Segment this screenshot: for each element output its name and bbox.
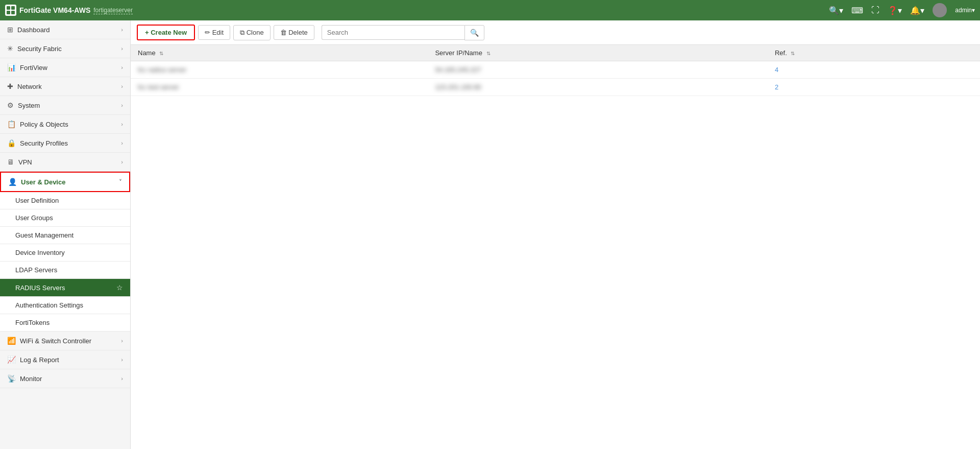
sidebar-item-wifi-switch[interactable]: 📶 WiFi & Switch Controller › xyxy=(0,332,130,350)
layout: ⊞ Dashboard › ✳ Security Fabric › 📊 Fort… xyxy=(0,20,980,449)
column-header-ref[interactable]: Ref. ⇅ xyxy=(768,45,980,61)
logo-icon xyxy=(5,5,16,16)
sidebar-subitem-guest-management[interactable]: Guest Management xyxy=(0,227,130,244)
sidebar-label-fortiview: FortiView xyxy=(20,64,47,72)
sidebar-label-security-profiles: Security Profiles xyxy=(20,139,68,147)
search-icon[interactable]: 🔍▾ xyxy=(829,6,843,15)
sidebar-item-fortiview[interactable]: 📊 FortiView › xyxy=(0,58,130,77)
wifi-icon: 📶 xyxy=(7,337,16,345)
monitor-icon: 📡 xyxy=(7,374,16,383)
sidebar-label-vpn: VPN xyxy=(18,158,32,166)
sidebar-item-monitor[interactable]: 📡 Monitor › xyxy=(0,369,130,388)
cell-name-0: fcc radius server xyxy=(131,61,428,79)
policy-icon: 📋 xyxy=(7,120,16,128)
terminal-icon[interactable]: ⌨ xyxy=(851,6,863,15)
chevron-icon: › xyxy=(121,27,123,33)
cell-server-1: 123.201.100.90 xyxy=(428,79,768,96)
sidebar-label-user-device: User & Device xyxy=(21,178,65,186)
sidebar-item-dashboard[interactable]: ⊞ Dashboard › xyxy=(0,20,130,39)
sidebar-label-system: System xyxy=(18,102,40,109)
column-header-name[interactable]: Name ⇅ xyxy=(131,45,428,61)
subitem-label-user-definition: User Definition xyxy=(15,197,59,204)
sidebar-subitem-authentication-settings[interactable]: Authentication Settings xyxy=(0,297,130,314)
chevron-icon: › xyxy=(121,121,123,127)
sidebar: ⊞ Dashboard › ✳ Security Fabric › 📊 Fort… xyxy=(0,20,131,449)
column-header-server-ip[interactable]: Server IP/Name ⇅ xyxy=(428,45,768,61)
search-button[interactable]: 🔍 xyxy=(464,25,484,40)
brand-name: FortiGate VM64-AWS xyxy=(19,6,90,14)
chevron-icon: › xyxy=(121,83,123,89)
search-container: 🔍 xyxy=(322,25,484,40)
dashboard-icon: ⊞ xyxy=(7,26,13,34)
logo: FortiGate VM64-AWS fortigateserver xyxy=(5,5,133,16)
create-new-button[interactable]: + Create New xyxy=(137,25,195,40)
chevron-icon: › xyxy=(121,357,123,363)
table-row[interactable]: fcc test server 123.201.100.90 2 xyxy=(131,79,980,96)
table-header-row: Name ⇅ Server IP/Name ⇅ Ref. ⇅ xyxy=(131,45,980,61)
server-name: fortigateserver xyxy=(93,7,133,14)
chevron-icon: › xyxy=(121,140,123,146)
clone-button[interactable]: ⧉ Clone xyxy=(233,25,271,40)
network-icon: ✚ xyxy=(7,82,13,90)
sidebar-subitem-ldap-servers[interactable]: LDAP Servers xyxy=(0,262,130,279)
sidebar-item-policy-objects[interactable]: 📋 Policy & Objects › xyxy=(0,115,130,134)
cell-ref-1[interactable]: 2 xyxy=(768,79,980,96)
chevron-icon: › xyxy=(121,64,123,70)
topbar-right: 🔍▾ ⌨ ⛶ ❓▾ 🔔▾ admin▾ xyxy=(829,3,975,17)
cell-name-1: fcc test server xyxy=(131,79,428,96)
user-avatar[interactable] xyxy=(933,3,947,17)
toolbar: + Create New ✏ Edit ⧉ Clone 🗑 Delete 🔍 xyxy=(131,20,980,45)
subitem-label-fortitokens: FortiTokens xyxy=(15,319,50,326)
search-input[interactable] xyxy=(322,25,464,40)
cell-server-0: 54.165.245.227 xyxy=(428,61,768,79)
security-profiles-icon: 🔒 xyxy=(7,139,16,147)
vpn-icon: 🖥 xyxy=(7,158,14,166)
sidebar-item-log-report[interactable]: 📈 Log & Report › xyxy=(0,350,130,369)
user-device-icon: 👤 xyxy=(8,178,17,186)
subitem-label-user-groups: User Groups xyxy=(15,214,53,222)
bell-icon[interactable]: 🔔▾ xyxy=(910,6,924,15)
table-container: Name ⇅ Server IP/Name ⇅ Ref. ⇅ xyxy=(131,45,980,449)
sidebar-subitem-fortitokens[interactable]: FortiTokens xyxy=(0,314,130,332)
sidebar-label-network: Network xyxy=(17,83,42,90)
system-icon: ⚙ xyxy=(7,101,14,109)
chevron-icon: › xyxy=(121,102,123,108)
cell-ref-0[interactable]: 4 xyxy=(768,61,980,79)
subitem-label-device-inventory: Device Inventory xyxy=(15,249,65,256)
sidebar-subitem-radius-servers[interactable]: RADIUS Servers ☆ xyxy=(0,279,130,297)
sidebar-subitem-user-groups[interactable]: User Groups xyxy=(0,209,130,227)
security-fabric-icon: ✳ xyxy=(7,44,13,53)
sidebar-item-system[interactable]: ⚙ System › xyxy=(0,96,130,115)
sort-server-icon: ⇅ xyxy=(486,51,491,56)
sidebar-item-security-fabric[interactable]: ✳ Security Fabric › xyxy=(0,39,130,58)
sidebar-label-policy-objects: Policy & Objects xyxy=(20,121,68,128)
edit-button[interactable]: ✏ Edit xyxy=(198,25,230,40)
subitem-label-authentication-settings: Authentication Settings xyxy=(15,301,83,309)
sidebar-subitem-device-inventory[interactable]: Device Inventory xyxy=(0,244,130,262)
expand-icon[interactable]: ⛶ xyxy=(871,6,879,15)
username-label: admin▾ xyxy=(955,7,975,14)
sort-name-icon: ⇅ xyxy=(159,51,163,56)
fortiview-icon: 📊 xyxy=(7,63,16,72)
chevron-icon: › xyxy=(121,45,123,52)
chevron-icon: › xyxy=(121,375,123,382)
sidebar-label-wifi-switch: WiFi & Switch Controller xyxy=(20,337,91,345)
topbar-left: FortiGate VM64-AWS fortigateserver xyxy=(5,5,133,16)
star-icon[interactable]: ☆ xyxy=(116,283,123,292)
chevron-down-icon: ˅ xyxy=(119,179,122,185)
sidebar-item-vpn[interactable]: 🖥 VPN › xyxy=(0,153,130,172)
sort-ref-icon: ⇅ xyxy=(791,51,795,56)
sidebar-label-dashboard: Dashboard xyxy=(17,26,50,34)
delete-button[interactable]: 🗑 Delete xyxy=(274,25,314,40)
sidebar-item-user-device[interactable]: 👤 User & Device ˅ xyxy=(0,172,130,192)
sidebar-label-monitor: Monitor xyxy=(20,375,42,383)
table-row[interactable]: fcc radius server 54.165.245.227 4 xyxy=(131,61,980,79)
radius-servers-table: Name ⇅ Server IP/Name ⇅ Ref. ⇅ xyxy=(131,45,980,96)
sidebar-label-log-report: Log & Report xyxy=(20,356,59,364)
sidebar-item-security-profiles[interactable]: 🔒 Security Profiles › xyxy=(0,134,130,153)
sidebar-item-network[interactable]: ✚ Network › xyxy=(0,77,130,96)
chevron-icon: › xyxy=(121,338,123,344)
main-content: + Create New ✏ Edit ⧉ Clone 🗑 Delete 🔍 N… xyxy=(131,20,980,449)
sidebar-subitem-user-definition[interactable]: User Definition xyxy=(0,192,130,209)
help-icon[interactable]: ❓▾ xyxy=(888,6,902,15)
